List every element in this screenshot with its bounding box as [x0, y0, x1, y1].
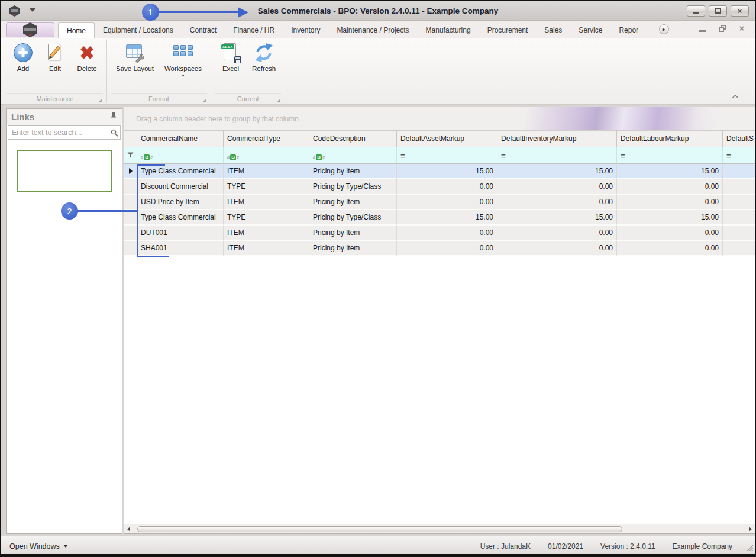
cell-defaults[interactable] — [723, 210, 755, 226]
ribbon-button-workspaces[interactable]: Workspaces▾ — [161, 41, 205, 78]
tab-contract[interactable]: Contract — [182, 22, 225, 38]
cell-commercialtype[interactable]: TYPE — [224, 179, 309, 195]
cell-defaultlabourmarkup[interactable]: 15.00 — [617, 210, 723, 226]
tab-procurement[interactable]: Procurement — [479, 22, 537, 38]
dialog-launcher-icon[interactable]: ◢ — [277, 98, 280, 102]
cell-commercialname[interactable]: DUT001 — [137, 226, 224, 241]
cell-defaultlabourmarkup[interactable]: 0.00 — [617, 179, 723, 195]
search-input[interactable] — [8, 128, 111, 137]
cell-defaultassetmarkup[interactable]: 0.00 — [397, 226, 497, 241]
ribbon-button-delete[interactable]: ✖Delete — [73, 41, 101, 73]
cell-defaultlabourmarkup[interactable]: 0.00 — [617, 195, 723, 210]
tab-scroll-right-button[interactable]: ▶ — [659, 24, 669, 34]
cell-defaultassetmarkup[interactable]: 0.00 — [397, 241, 497, 256]
column-header-defaultlabourmarkup[interactable]: DefaultLabourMarkup — [617, 131, 723, 147]
filter-cell-commercialtype[interactable]: aBc — [224, 147, 309, 164]
cell-defaultinventorymarkup[interactable]: 0.00 — [497, 179, 617, 195]
column-header-defaults[interactable]: DefaultS — [723, 131, 755, 147]
cell-defaultinventorymarkup[interactable]: 0.00 — [497, 241, 617, 256]
cell-defaultinventorymarkup[interactable]: 15.00 — [497, 164, 617, 179]
filter-cell-commercialname[interactable]: aBc — [137, 147, 224, 164]
cell-defaultassetmarkup[interactable]: 0.00 — [397, 179, 497, 195]
table-row[interactable]: Discount CommercialTYPEPricing by Type/C… — [124, 179, 755, 195]
ribbon-button-refresh[interactable]: Refresh — [249, 41, 279, 73]
scrollbar-thumb[interactable] — [137, 526, 622, 532]
cell-commercialtype[interactable]: TYPE — [224, 210, 309, 226]
cell-commercialtype[interactable]: ITEM — [224, 164, 309, 179]
filter-cell-defaultlabourmarkup[interactable]: = — [617, 147, 723, 164]
cell-codedescription[interactable]: Pricing by Item — [309, 226, 397, 241]
table-row[interactable]: DUT001ITEMPricing by Item0.000.000.00 — [124, 226, 755, 241]
collapse-ribbon-icon[interactable] — [732, 94, 738, 99]
cell-defaultassetmarkup[interactable]: 0.00 — [397, 195, 497, 210]
filter-cell-codedescription[interactable]: aBc — [309, 147, 397, 164]
column-header-defaultassetmarkup[interactable]: DefaultAssetMarkup — [397, 131, 497, 147]
cell-defaultassetmarkup[interactable]: 15.00 — [397, 210, 497, 226]
filter-cell-defaultinventorymarkup[interactable]: = — [497, 147, 617, 164]
cell-defaultassetmarkup[interactable]: 15.00 — [397, 164, 497, 179]
column-header-commercialname[interactable]: CommercialName — [137, 131, 224, 147]
cell-commercialtype[interactable]: ITEM — [224, 226, 309, 241]
cell-codedescription[interactable]: Pricing by Item — [309, 195, 397, 210]
open-windows-button[interactable]: Open Windows — [9, 536, 68, 556]
dialog-launcher-icon[interactable]: ◢ — [99, 98, 102, 102]
ribbon-button-excel[interactable]: XLSXExcel — [217, 41, 244, 73]
cell-defaultinventorymarkup[interactable]: 0.00 — [497, 226, 617, 241]
tab-sales[interactable]: Sales — [536, 22, 570, 38]
cell-codedescription[interactable]: Pricing by Type/Class — [309, 210, 397, 226]
cell-defaultlabourmarkup[interactable]: 15.00 — [617, 164, 723, 179]
tab-equipment-locations[interactable]: Equipment / Locations — [95, 22, 182, 38]
tab-manufacturing[interactable]: Manufacturing — [418, 22, 479, 38]
cell-commercialname[interactable]: Discount Commercial — [137, 179, 224, 195]
cell-defaultinventorymarkup[interactable]: 15.00 — [497, 210, 617, 226]
table-row[interactable]: USD Price by ItemITEMPricing by Item0.00… — [124, 195, 755, 210]
table-row[interactable]: Type Class CommercialTYPEPricing by Type… — [124, 210, 755, 226]
cell-defaultlabourmarkup[interactable]: 0.00 — [617, 241, 723, 256]
ribbon-button-edit[interactable]: Edit — [41, 41, 69, 73]
cell-commercialtype[interactable]: ITEM — [224, 241, 309, 256]
cell-commercialname[interactable]: Type Class Commercial — [137, 164, 224, 179]
customers-tile[interactable]: Customers — [17, 150, 112, 192]
cell-commercialname[interactable]: Type Class Commercial — [137, 210, 224, 226]
scroll-right-icon[interactable] — [746, 527, 754, 532]
column-header-commercialtype[interactable]: CommercialType — [224, 131, 309, 147]
mdi-restore-button[interactable] — [719, 25, 726, 32]
scroll-left-icon[interactable] — [124, 527, 133, 532]
column-header-codedescription[interactable]: CodeDescription — [309, 131, 397, 147]
tab-inventory[interactable]: Inventory — [283, 22, 328, 38]
cell-defaults[interactable] — [723, 226, 755, 241]
close-button[interactable]: × — [731, 5, 749, 17]
tab-finance-hr[interactable]: Finance / HR — [225, 22, 283, 38]
application-button[interactable] — [6, 22, 54, 37]
cell-codedescription[interactable]: Pricing by Item — [309, 164, 397, 179]
mdi-close-button[interactable]: × — [739, 24, 744, 33]
column-header-defaultinventorymarkup[interactable]: DefaultInventoryMarkup — [497, 131, 617, 147]
ribbon-button-save-layout[interactable]: Save Layout — [113, 41, 157, 73]
cell-commercialtype[interactable]: ITEM — [224, 195, 309, 210]
cell-codedescription[interactable]: Pricing by Type/Class — [309, 179, 397, 195]
dialog-launcher-icon[interactable]: ◢ — [203, 98, 206, 102]
cell-commercialname[interactable]: SHA001 — [137, 241, 224, 256]
resize-grip[interactable] — [746, 543, 753, 553]
filter-cell-defaults[interactable]: = — [723, 147, 755, 164]
tab-maintenance-projects[interactable]: Maintenance / Projects — [329, 22, 418, 38]
cell-defaults[interactable] — [723, 179, 755, 195]
cell-commercialname[interactable]: USD Price by Item — [137, 195, 224, 210]
cell-defaults[interactable] — [723, 195, 755, 210]
cell-defaultlabourmarkup[interactable]: 0.00 — [617, 226, 723, 241]
tab-home[interactable]: Home — [58, 22, 95, 38]
table-row[interactable]: Type Class CommercialITEMPricing by Item… — [124, 164, 755, 179]
minimize-button[interactable] — [687, 5, 705, 17]
pin-icon[interactable] — [111, 112, 117, 123]
maximize-button[interactable] — [709, 5, 727, 17]
cell-defaultinventorymarkup[interactable]: 0.00 — [497, 195, 617, 210]
mdi-minimize-button[interactable] — [699, 30, 706, 32]
ribbon-button-add[interactable]: Add — [9, 41, 37, 73]
horizontal-scrollbar[interactable] — [124, 524, 755, 533]
tab-service[interactable]: Service — [570, 22, 610, 38]
cell-codedescription[interactable]: Pricing by Item — [309, 241, 397, 256]
tab-repor[interactable]: Repor — [610, 22, 645, 38]
cell-defaults[interactable] — [723, 241, 755, 256]
group-by-panel[interactable]: Drag a column header here to group by th… — [124, 107, 755, 131]
search-icon[interactable] — [111, 129, 122, 137]
